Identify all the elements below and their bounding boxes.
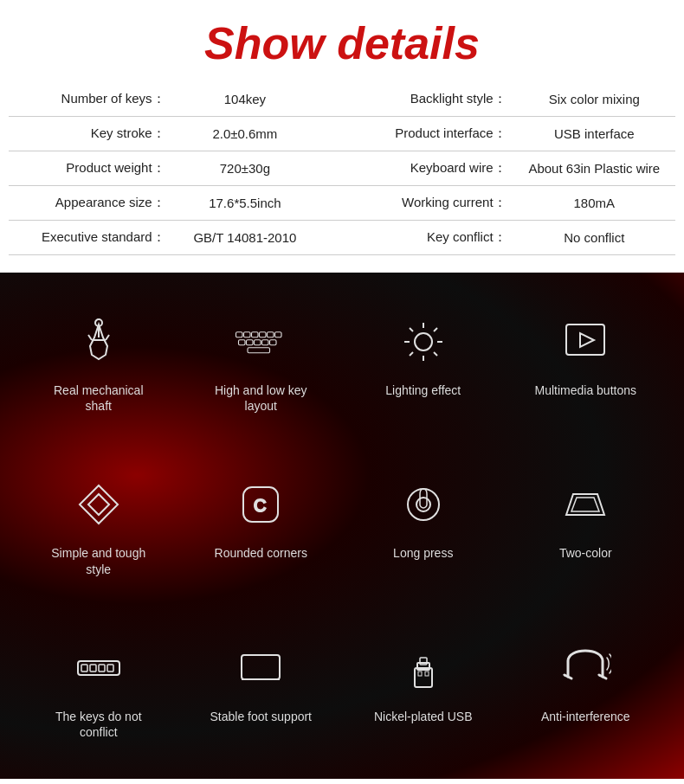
spec-label: Key conflict：: [335, 221, 513, 255]
feature-item-noconflict: The keys do not conflict: [17, 625, 180, 753]
spec-label: Product interface：: [335, 117, 513, 151]
spec-value: 17.6*5.5inch: [172, 186, 319, 221]
spec-label: Key stroke：: [9, 117, 172, 151]
svg-rect-40: [418, 672, 422, 676]
feature-label: High and low key layout: [209, 382, 313, 414]
feature-item-foot: Stable foot support: [180, 625, 343, 753]
svg-rect-34: [107, 665, 113, 672]
spec-label: Keyboard wire：: [335, 151, 513, 186]
svg-rect-32: [90, 665, 96, 672]
spec-label: Working current：: [335, 186, 513, 221]
svg-rect-5: [252, 332, 259, 337]
feature-label: Anti-interference: [541, 709, 630, 724]
svg-line-42: [565, 675, 571, 678]
svg-point-15: [415, 333, 432, 350]
svg-rect-14: [248, 348, 270, 353]
svg-rect-35: [242, 655, 280, 679]
keyboard-layout-icon: [230, 312, 291, 372]
svg-rect-12: [262, 340, 269, 345]
anti-interference-icon: [555, 638, 616, 698]
long-press-icon: [393, 474, 454, 535]
feature-item-diamond: Simple and tough style: [17, 461, 180, 589]
feature-label: Simple and tough style: [47, 545, 151, 576]
row-spacer: [17, 435, 667, 453]
svg-rect-9: [239, 340, 246, 345]
feature-item-rounded: C Rounded corners: [180, 461, 343, 589]
diamond-icon: [68, 474, 129, 535]
svg-rect-10: [247, 340, 254, 345]
svg-rect-4: [244, 332, 251, 337]
feature-label: Nickel-plated USB: [374, 709, 473, 724]
svg-point-28: [408, 489, 439, 520]
svg-rect-7: [268, 332, 274, 337]
feature-label: Real mechanical shaft: [47, 382, 151, 414]
page-title: Show details: [0, 17, 684, 69]
spec-value: No conflict: [513, 221, 675, 255]
table-row: Appearance size： 17.6*5.5inch Working cu…: [9, 186, 675, 221]
svg-rect-13: [270, 340, 277, 345]
spec-label: Product weight：: [9, 151, 172, 186]
svg-rect-33: [99, 665, 105, 672]
header-section: Show details: [0, 0, 684, 82]
spec-label: Backlight style：: [335, 82, 513, 117]
feature-label: Rounded corners: [215, 545, 307, 561]
feature-label: Lighting effect: [385, 382, 461, 398]
spec-label: Appearance size：: [9, 186, 172, 221]
no-conflict-icon: [68, 638, 129, 698]
feature-label: The keys do not conflict: [47, 709, 151, 740]
svg-rect-37: [415, 668, 432, 687]
svg-rect-41: [425, 672, 429, 676]
svg-line-21: [434, 352, 437, 356]
feature-item-lighting: Lighting effect: [342, 299, 505, 427]
table-row: Product weight： 720±30g Keyboard wire： A…: [9, 151, 675, 186]
feature-item-twocolour: Two-color: [505, 461, 668, 589]
svg-line-43: [599, 675, 606, 678]
spec-value: 180mA: [513, 186, 675, 221]
usb-icon: [393, 638, 454, 698]
feature-item-multimedia: Multimedia buttons: [505, 299, 668, 427]
feature-item-anti: Anti-interference: [505, 625, 668, 753]
feature-label: Stable foot support: [210, 709, 312, 724]
specs-table: Number of keys： 104key Backlight style： …: [9, 82, 675, 255]
table-row: Executive standard： GB/T 14081-2010 Key …: [9, 221, 675, 255]
spec-value: 720±30g: [172, 151, 319, 186]
specs-section: Number of keys： 104key Backlight style： …: [0, 82, 684, 273]
svg-line-20: [410, 328, 413, 331]
svg-line-23: [410, 352, 413, 356]
spec-label: Number of keys：: [9, 82, 172, 117]
svg-point-29: [416, 498, 430, 511]
svg-text:C: C: [254, 496, 266, 515]
spec-value: GB/T 14081-2010: [172, 221, 319, 255]
spec-value: 104key: [172, 82, 319, 117]
rounded-corners-icon: C: [230, 474, 291, 535]
feature-item-layout: High and low key layout: [180, 299, 343, 427]
table-row: Key stroke： 2.0±0.6mm Product interface：…: [9, 117, 675, 151]
svg-line-22: [434, 328, 437, 331]
svg-rect-24: [566, 325, 604, 355]
spec-value: 2.0±0.6mm: [172, 117, 319, 151]
feature-label: Two-color: [559, 545, 612, 561]
shaft-icon: [68, 312, 129, 372]
svg-marker-25: [580, 333, 594, 347]
foot-support-icon: [230, 638, 291, 698]
svg-rect-3: [236, 332, 243, 337]
spec-value: Six color mixing: [513, 82, 675, 117]
two-color-icon: [555, 474, 616, 535]
svg-rect-8: [275, 332, 282, 337]
feature-item-usb: Nickel-plated USB: [342, 625, 505, 753]
feature-item-shaft: Real mechanical shaft: [17, 299, 180, 427]
svg-rect-11: [255, 340, 261, 345]
spec-value: About 63in Plastic wire: [513, 151, 675, 186]
spec-value: USB interface: [513, 117, 675, 151]
multimedia-icon: [555, 312, 616, 372]
feature-label: Long press: [393, 545, 453, 561]
features-grid: Real mechanical shaft: [17, 299, 667, 753]
lighting-icon: [393, 312, 454, 372]
row-spacer: [17, 599, 667, 616]
feature-label: Multimedia buttons: [534, 382, 636, 398]
features-section: Real mechanical shaft: [0, 273, 684, 779]
svg-rect-31: [81, 665, 87, 672]
svg-rect-6: [260, 332, 267, 337]
spec-label: Executive standard：: [9, 221, 172, 255]
feature-item-longpress: Long press: [342, 461, 505, 589]
